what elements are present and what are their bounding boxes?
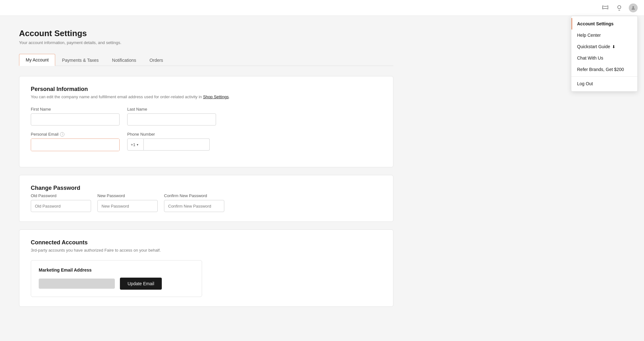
phone-input[interactable] bbox=[144, 138, 210, 151]
name-row: First Name Last Name bbox=[31, 107, 382, 125]
personal-email-info-icon: i bbox=[60, 132, 64, 137]
connected-accounts-desc: 3rd-party accounts you have authorized F… bbox=[31, 248, 382, 253]
svg-point-1 bbox=[632, 6, 634, 8]
password-row: Old Password New Password Confirm New Pa… bbox=[31, 193, 382, 212]
tab-payments-taxes[interactable]: Payments & Taxes bbox=[55, 54, 105, 66]
marketing-email-card: Marketing Email Address Update Email bbox=[31, 260, 202, 297]
lightbulb-icon[interactable] bbox=[615, 3, 624, 12]
user-avatar[interactable] bbox=[629, 3, 638, 12]
personal-email-input[interactable] bbox=[31, 139, 119, 151]
first-name-label: First Name bbox=[31, 107, 120, 112]
change-password-section: Change Password Old Password New Passwor… bbox=[19, 175, 393, 222]
topbar bbox=[0, 0, 644, 16]
tabs-container: My Account Payments & Taxes Notification… bbox=[19, 54, 393, 66]
page-title: Account Settings bbox=[19, 29, 393, 38]
marketing-email-row: Update Email bbox=[39, 278, 194, 290]
old-password-label: Old Password bbox=[31, 193, 91, 198]
connected-accounts-section: Connected Accounts 3rd-party accounts yo… bbox=[19, 229, 393, 307]
dropdown-help-center[interactable]: Help Center bbox=[571, 29, 637, 41]
email-phone-row: Personal Email i Phone Number +1 ▾ bbox=[31, 132, 382, 151]
phone-label: Phone Number bbox=[127, 132, 210, 137]
dropdown-menu: Account Settings Help Center Quickstart … bbox=[571, 16, 638, 92]
phone-row: +1 ▾ bbox=[127, 138, 210, 151]
shop-settings-link[interactable]: Shop Settings bbox=[203, 94, 229, 99]
change-password-title: Change Password bbox=[31, 185, 382, 191]
personal-info-desc: You can edit the company name and fulfil… bbox=[31, 94, 382, 99]
phone-prefix[interactable]: +1 ▾ bbox=[127, 138, 144, 151]
personal-email-label: Personal Email i bbox=[31, 132, 120, 137]
confirm-password-input[interactable] bbox=[164, 200, 224, 212]
dropdown-logout[interactable]: Log Out bbox=[571, 78, 637, 89]
update-email-button[interactable]: Update Email bbox=[120, 278, 162, 290]
page-subtitle: Your account information, payment detail… bbox=[19, 40, 393, 45]
personal-email-group: Personal Email i bbox=[31, 132, 120, 151]
main-content: Account Settings Your account informatio… bbox=[0, 16, 412, 327]
personal-email-wrapper bbox=[31, 138, 120, 151]
personal-information-section: Personal Information You can edit the co… bbox=[19, 76, 393, 167]
confirm-password-label: Confirm New Password bbox=[164, 193, 224, 198]
dropdown-divider bbox=[571, 76, 637, 77]
last-name-label: Last Name bbox=[127, 107, 216, 112]
megaphone-icon[interactable] bbox=[601, 3, 610, 12]
confirm-password-group: Confirm New Password bbox=[164, 193, 224, 212]
phone-group: Phone Number +1 ▾ bbox=[127, 132, 210, 151]
first-name-group: First Name bbox=[31, 107, 120, 125]
dropdown-account-settings[interactable]: Account Settings bbox=[571, 18, 637, 29]
tab-my-account[interactable]: My Account bbox=[19, 54, 55, 66]
dropdown-quickstart-guide[interactable]: Quickstart Guide ⬇ bbox=[571, 41, 637, 52]
marketing-email-label: Marketing Email Address bbox=[39, 267, 194, 273]
old-password-input[interactable] bbox=[31, 200, 91, 212]
new-password-input[interactable] bbox=[97, 200, 158, 212]
personal-info-title: Personal Information bbox=[31, 86, 382, 93]
chevron-down-icon: ▾ bbox=[137, 143, 138, 146]
connected-accounts-title: Connected Accounts bbox=[31, 239, 382, 246]
new-password-label: New Password bbox=[97, 193, 158, 198]
dropdown-refer-brands[interactable]: Refer Brands, Get $200 bbox=[571, 64, 637, 75]
tab-orders[interactable]: Orders bbox=[143, 54, 170, 66]
last-name-group: Last Name bbox=[127, 107, 216, 125]
first-name-input[interactable] bbox=[31, 113, 120, 125]
email-blurred-value bbox=[39, 279, 115, 289]
dropdown-chat-with-us[interactable]: Chat With Us bbox=[571, 52, 637, 64]
last-name-input[interactable] bbox=[127, 113, 216, 125]
download-icon: ⬇ bbox=[612, 44, 615, 49]
tab-notifications[interactable]: Notifications bbox=[105, 54, 143, 66]
old-password-group: Old Password bbox=[31, 193, 91, 212]
new-password-group: New Password bbox=[97, 193, 158, 212]
